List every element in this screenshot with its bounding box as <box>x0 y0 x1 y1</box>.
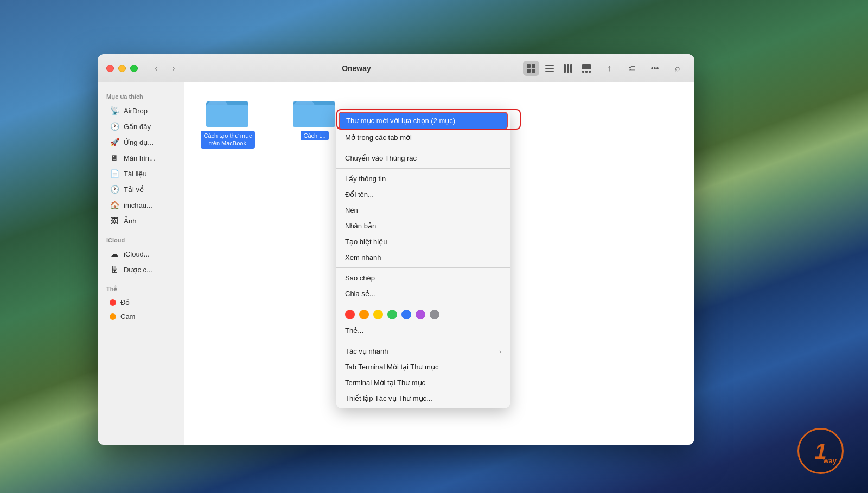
sidebar-section-tags: Thẻ <box>98 281 184 295</box>
context-menu-item-open-tabs[interactable]: Mở trong các tab mới <box>336 130 510 145</box>
context-menu-item-new-folder-selection[interactable]: Thư mục mới với lựa chọn (2 mục) <box>339 112 508 130</box>
sidebar-item-home[interactable]: 🏠 imchau... <box>101 197 181 213</box>
sidebar-item-label: Gần đây <box>124 123 151 131</box>
context-menu-item-make-alias[interactable]: Tạo biệt hiệu <box>336 234 510 249</box>
sidebar-item-icloud-drive[interactable]: ☁ iCloud... <box>101 246 181 261</box>
share-button[interactable]: ↑ <box>601 61 617 76</box>
svg-rect-5 <box>545 68 554 69</box>
view-columns-button[interactable] <box>560 61 576 76</box>
recents-icon: 🕐 <box>110 121 119 131</box>
minimize-button[interactable] <box>118 65 126 72</box>
file-item-folder1[interactable]: Cách tạo thư mụctrên MacBook <box>195 93 260 149</box>
watermark-suffix: way <box>823 457 837 465</box>
sidebar-item-label: imchau... <box>124 201 152 209</box>
sidebar-item-recents[interactable]: 🕐 Gần đây <box>101 119 181 134</box>
color-dot-blue[interactable] <box>401 310 411 319</box>
tag-orange-dot <box>110 313 116 320</box>
desktop-icon: 🖥 <box>110 153 119 163</box>
sidebar-item-label: iCloud... <box>124 250 150 258</box>
sidebar-section-icloud: iCloud <box>98 233 184 246</box>
color-dot-red[interactable] <box>345 310 355 319</box>
maximize-button[interactable] <box>130 65 138 72</box>
context-menu-item-quick-actions[interactable]: Tác vụ nhanh › <box>336 343 510 359</box>
context-menu-item-quick-look[interactable]: Xem nhanh <box>336 249 510 265</box>
main-content: Mục ưa thích 📡 AirDrop 🕐 Gần đây 🚀 Ứng d… <box>98 82 694 445</box>
svg-rect-16 <box>206 105 248 127</box>
context-menu-item-get-info[interactable]: Lấy thông tin <box>336 171 510 187</box>
sidebar-item-airdrop[interactable]: 📡 AirDrop <box>101 103 181 118</box>
svg-rect-12 <box>585 71 588 73</box>
sidebar-item-tag-orange[interactable]: Cam <box>101 310 181 323</box>
folder-icon-2 <box>293 93 336 129</box>
color-dot-green[interactable] <box>387 310 397 319</box>
svg-rect-7 <box>564 64 566 73</box>
finder-window: ‹ › Oneway ↑ 🏷 ••• ⌕ <box>98 54 694 445</box>
airdrop-icon: 📡 <box>110 106 119 116</box>
sidebar-item-downloads[interactable]: 🕐 Tải về <box>101 182 181 197</box>
tag-button[interactable]: 🏷 <box>624 61 640 76</box>
svg-rect-3 <box>532 69 535 73</box>
sidebar-item-photos[interactable]: 🖼 Ảnh <box>101 213 181 228</box>
svg-rect-1 <box>532 64 535 68</box>
downloads-icon: 🕐 <box>110 184 119 194</box>
context-menu-item-new-terminal[interactable]: Terminal Mới tại Thư mục <box>336 375 510 390</box>
color-dot-gray[interactable] <box>430 310 439 319</box>
svg-rect-10 <box>582 64 591 69</box>
icloud-shared-icon: 🗄 <box>110 265 119 274</box>
context-menu-item-compress[interactable]: Nén <box>336 202 510 218</box>
sidebar-item-documents[interactable]: 📄 Tài liệu <box>101 166 181 181</box>
watermark: 1 way <box>797 428 844 474</box>
svg-rect-8 <box>567 64 569 73</box>
view-grid-button[interactable] <box>523 61 539 76</box>
sidebar-item-label: Màn hìn... <box>124 154 155 162</box>
back-button[interactable]: ‹ <box>149 61 164 76</box>
more-button[interactable]: ••• <box>647 61 663 76</box>
context-menu-item-copy[interactable]: Sao chép <box>336 270 510 286</box>
svg-rect-6 <box>545 71 554 72</box>
sidebar-item-desktop[interactable]: 🖥 Màn hìn... <box>101 150 181 165</box>
svg-rect-19 <box>293 105 335 127</box>
sidebar-item-label: AirDrop <box>124 107 148 115</box>
photos-icon: 🖼 <box>110 216 119 226</box>
context-menu-item-duplicate[interactable]: Nhân bản <box>336 218 510 234</box>
file-label-1: Cách tạo thư mụctrên MacBook <box>201 131 256 149</box>
color-dot-yellow[interactable] <box>373 310 383 319</box>
traffic-lights <box>106 65 138 72</box>
context-menu-divider-5 <box>336 341 510 341</box>
context-menu-divider-1 <box>336 148 510 148</box>
view-gallery-button[interactable] <box>578 61 595 76</box>
apps-icon: 🚀 <box>110 137 119 147</box>
sidebar-item-label: Tài liệu <box>124 170 147 178</box>
home-icon: 🏠 <box>110 200 119 210</box>
context-menu-item-trash[interactable]: Chuyển vào Thùng rác <box>336 150 510 166</box>
sidebar-item-icloud-shared[interactable]: 🗄 Được c... <box>101 262 181 277</box>
folder-icon-1 <box>206 93 250 129</box>
forward-button[interactable]: › <box>166 61 181 76</box>
sidebar-item-tag-red[interactable]: Đỏ <box>101 296 181 309</box>
sidebar-item-label: Đỏ <box>120 298 130 306</box>
context-menu-item-tags[interactable]: Thẻ... <box>336 323 510 338</box>
context-menu-divider-4 <box>336 304 510 304</box>
view-buttons <box>523 61 595 76</box>
sidebar-item-label: Ứng dụ... <box>124 138 154 146</box>
sidebar-item-label: Tải về <box>124 185 144 194</box>
close-button[interactable] <box>106 65 114 72</box>
context-menu-item-share[interactable]: Chia sẻ... <box>336 286 510 302</box>
chevron-right-icon: › <box>499 348 501 355</box>
title-bar: ‹ › Oneway ↑ 🏷 ••• ⌕ <box>98 54 694 82</box>
search-button[interactable]: ⌕ <box>669 61 686 76</box>
sidebar: Mục ưa thích 📡 AirDrop 🕐 Gần đây 🚀 Ứng d… <box>98 82 184 445</box>
view-list-button[interactable] <box>541 61 558 76</box>
sidebar-item-label: Ảnh <box>124 217 136 225</box>
file-label-2: Cách t... <box>301 131 329 140</box>
color-dot-orange[interactable] <box>359 310 369 319</box>
context-menu-item-setup-actions[interactable]: Thiết lập Tác vụ Thư mục... <box>336 390 510 406</box>
sidebar-item-label: Cam <box>120 312 135 321</box>
sidebar-item-apps[interactable]: 🚀 Ứng dụ... <box>101 135 181 150</box>
context-menu-item-rename[interactable]: Đổi tên... <box>336 187 510 202</box>
svg-rect-4 <box>545 65 554 66</box>
tag-red-dot <box>110 299 116 306</box>
color-dot-purple[interactable] <box>416 310 425 319</box>
context-menu-divider-2 <box>336 168 510 169</box>
context-menu-item-new-terminal-tab[interactable]: Tab Terminal Mới tại Thư mục <box>336 359 510 375</box>
